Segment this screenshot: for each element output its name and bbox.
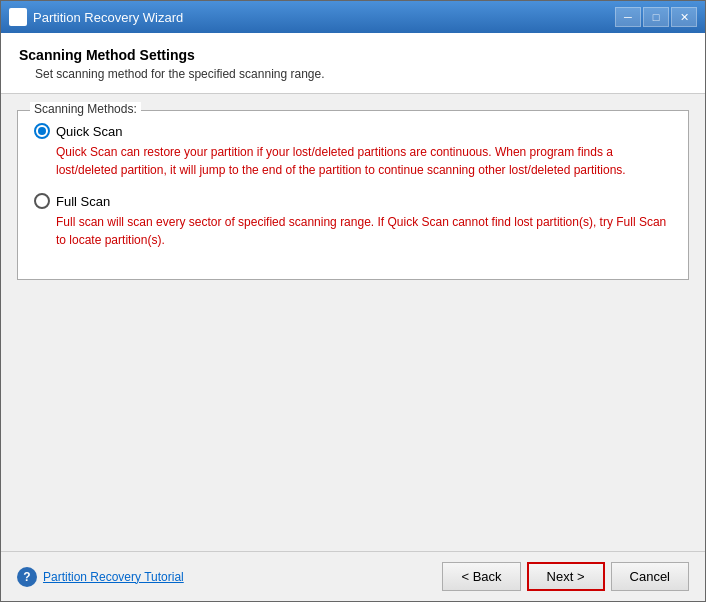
window-title: Partition Recovery Wizard [33,10,183,25]
tutorial-link[interactable]: Partition Recovery Tutorial [43,570,184,584]
full-scan-row[interactable]: Full Scan [34,193,672,209]
titlebar-left: ⚙ Partition Recovery Wizard [9,8,183,26]
footer-left: ? Partition Recovery Tutorial [17,567,184,587]
quick-scan-description: Quick Scan can restore your partition if… [56,143,672,179]
next-button[interactable]: Next > [527,562,605,591]
quick-scan-option: Quick Scan Quick Scan can restore your p… [34,123,672,179]
page-subtitle: Set scanning method for the specified sc… [35,67,687,81]
quick-scan-label: Quick Scan [56,124,122,139]
footer-buttons: < Back Next > Cancel [442,562,689,591]
back-button[interactable]: < Back [442,562,520,591]
content-area: Scanning Methods: Quick Scan Quick Scan … [1,94,705,551]
restore-button[interactable]: □ [643,7,669,27]
quick-scan-row[interactable]: Quick Scan [34,123,672,139]
app-icon: ⚙ [9,8,27,26]
full-scan-label: Full Scan [56,194,110,209]
close-button[interactable]: ✕ [671,7,697,27]
group-legend: Scanning Methods: [30,102,141,116]
quick-scan-radio[interactable] [34,123,50,139]
page-title: Scanning Method Settings [19,47,687,63]
header-section: Scanning Method Settings Set scanning me… [1,33,705,94]
main-window: ⚙ Partition Recovery Wizard ─ □ ✕ Scanni… [0,0,706,602]
minimize-button[interactable]: ─ [615,7,641,27]
full-scan-radio[interactable] [34,193,50,209]
scanning-methods-group: Scanning Methods: Quick Scan Quick Scan … [17,110,689,280]
titlebar: ⚙ Partition Recovery Wizard ─ □ ✕ [1,1,705,33]
cancel-button[interactable]: Cancel [611,562,689,591]
help-icon[interactable]: ? [17,567,37,587]
full-scan-description: Full scan will scan every sector of spec… [56,213,672,249]
titlebar-controls: ─ □ ✕ [615,7,697,27]
footer-section: ? Partition Recovery Tutorial < Back Nex… [1,551,705,601]
full-scan-option: Full Scan Full scan will scan every sect… [34,193,672,249]
